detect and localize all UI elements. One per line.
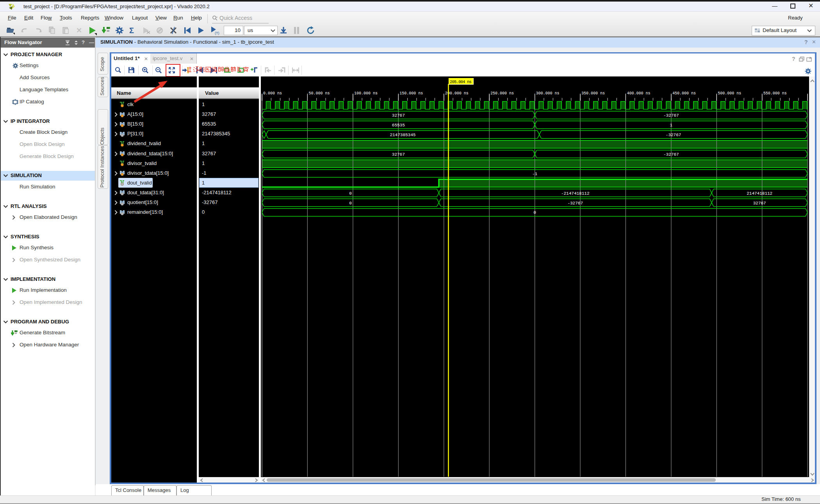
svg-text:2147385345: 2147385345 (390, 133, 415, 137)
svg-text:450.000 ns: 450.000 ns (672, 91, 696, 96)
svg-text:1: 1 (670, 123, 672, 128)
svg-text:300.000 ns: 300.000 ns (536, 91, 560, 96)
svg-text:0: 0 (349, 201, 352, 206)
svg-text:-1: -1 (532, 172, 538, 176)
svg-text:0: 0 (533, 210, 536, 215)
svg-text:-32767: -32767 (567, 201, 583, 206)
svg-text:350.000 ns: 350.000 ns (581, 91, 605, 96)
svg-text:400.000 ns: 400.000 ns (627, 91, 650, 96)
svg-text:0: 0 (349, 191, 352, 196)
svg-text:500.000 ns: 500.000 ns (718, 91, 741, 96)
svg-text:150.000 ns: 150.000 ns (399, 91, 423, 96)
svg-text:01: 01 (107, 27, 110, 30)
svg-text:250.000 ns: 250.000 ns (490, 91, 514, 96)
svg-text:32767: 32767 (392, 152, 405, 157)
svg-text:10: 10 (15, 332, 17, 334)
svg-text:550.000 ns: 550.000 ns (763, 91, 787, 96)
svg-text:-32767: -32767 (666, 133, 681, 137)
svg-text:2147418112: 2147418112 (747, 191, 772, 196)
svg-text:100.000 ns: 100.000 ns (354, 91, 378, 96)
svg-text:50.000 ns: 50.000 ns (308, 91, 330, 96)
svg-text:-32767: -32767 (663, 113, 679, 118)
svg-text:32767: 32767 (753, 201, 766, 206)
svg-text:65535: 65535 (392, 123, 405, 128)
svg-text:-32767: -32767 (663, 152, 679, 157)
svg-text:0.000 ns: 0.000 ns (263, 91, 282, 96)
svg-text:(T): (T) (215, 31, 219, 35)
svg-text:32767: 32767 (392, 113, 405, 118)
svg-text:205.004 ns: 205.004 ns (450, 80, 472, 84)
svg-text:10: 10 (107, 30, 110, 32)
svg-text:-2147418112: -2147418112 (561, 191, 590, 196)
